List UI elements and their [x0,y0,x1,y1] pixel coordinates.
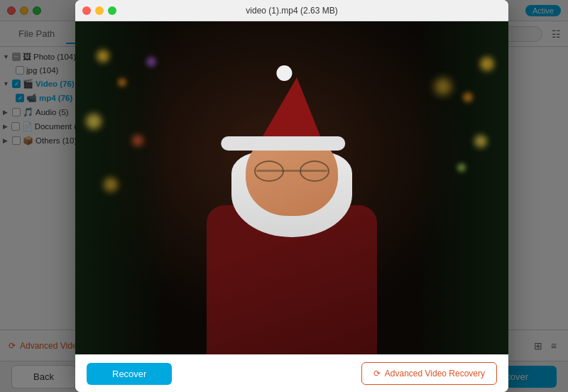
modal-adv-recovery-button[interactable]: ⟳ Advanced Video Recovery [361,362,497,385]
video-maximize-button[interactable] [108,6,116,15]
video-title-bar: video (1).mp4 (2.63 MB) [75,0,508,21]
video-title: video (1).mp4 (2.63 MB) [246,6,337,16]
modal-adv-recovery-label: Advanced Video Recovery [385,369,485,379]
video-overlay: video (1).mp4 (2.63 MB) [0,0,568,392]
glasses-right [300,160,329,182]
glasses-left [254,160,284,182]
video-footer: Recover ⟳ Advanced Video Recovery [75,354,508,392]
video-traffic-lights [82,6,116,15]
video-content [75,21,508,354]
video-window: video (1).mp4 (2.63 MB) [75,0,508,392]
adv-recovery-icon: ⟳ [373,369,381,379]
santa-hat-brim [221,136,345,151]
santa-hat-pom [276,65,292,81]
video-close-button[interactable] [82,6,91,15]
video-minimize-button[interactable] [95,6,104,15]
modal-recover-button[interactable]: Recover [87,363,172,385]
